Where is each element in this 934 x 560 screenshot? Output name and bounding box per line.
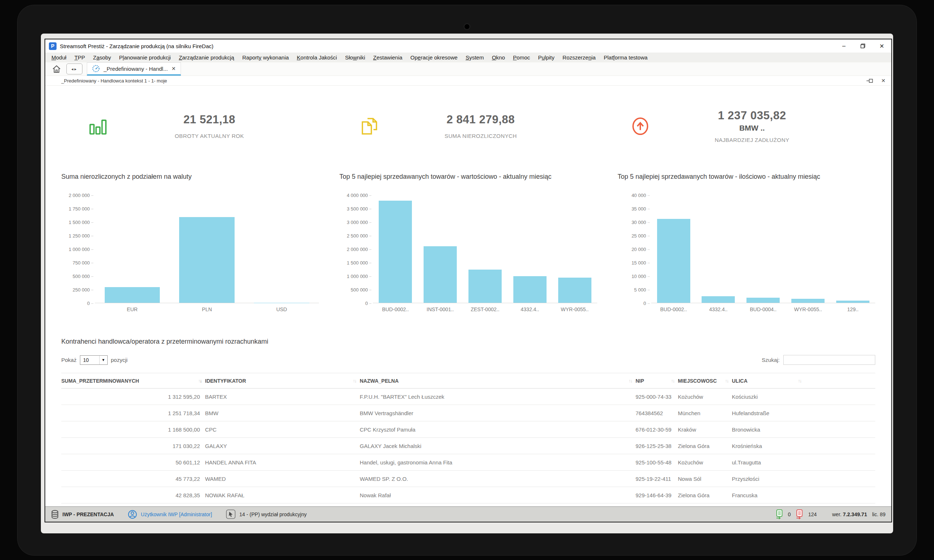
table-cell: GALAXY Jacek Michalski bbox=[360, 438, 635, 454]
column-header-miejscowosc[interactable]: MIEJSCOWOSC↑↓ bbox=[678, 373, 732, 389]
menu-item-rozszerzenia[interactable]: Rozszerzenia bbox=[559, 54, 600, 60]
table-row[interactable]: 1 251 718,34BMWBMW Vertragshändler764384… bbox=[61, 405, 875, 422]
user-indicator[interactable]: Użytkownik IWP [Administrator] bbox=[128, 510, 212, 519]
menu-item-zestawienia[interactable]: Zestawienia bbox=[369, 54, 406, 60]
documents-icon bbox=[359, 116, 379, 137]
chart-bar[interactable] bbox=[423, 246, 457, 303]
window-title: Streamsoft Prestiż - Zarządzanie produkc… bbox=[60, 43, 214, 49]
kpi-subvalue: BMW .. bbox=[651, 124, 853, 132]
user-name: Użytkownik IWP [Administrator] bbox=[141, 511, 212, 517]
menu-item-tpp[interactable]: TPP bbox=[71, 54, 89, 60]
table-section: Kontrahenci handlowca/operatora z przete… bbox=[61, 338, 875, 503]
menu-item-okno[interactable]: Okno bbox=[488, 54, 509, 60]
y-tick-label: 5 000 bbox=[618, 287, 651, 292]
chart-bar[interactable] bbox=[105, 287, 160, 303]
menu-item-kontrola-jako-ci[interactable]: Kontrola Jakości bbox=[293, 54, 341, 60]
chart-bar[interactable] bbox=[379, 201, 412, 303]
table-cell: Zielona Góra bbox=[678, 487, 732, 503]
chart-bar[interactable] bbox=[702, 296, 735, 303]
kpi-row: 21 521,18 OBROTY AKTUALNY ROK bbox=[61, 109, 875, 143]
device-frame: P Streamsoft Prestiż - Zarządzanie produ… bbox=[17, 5, 917, 555]
tab-close-icon[interactable]: ✕ bbox=[171, 66, 176, 71]
table-row[interactable]: 1 168 500,00CPCCPC Krzysztof Pamuła676-0… bbox=[61, 422, 875, 438]
table-cell: 50 601,12 bbox=[61, 454, 205, 471]
column-header-identyfikator[interactable]: IDENTYFIKATOR↑↓ bbox=[205, 373, 360, 389]
menu-item-system[interactable]: System bbox=[462, 54, 488, 60]
menu-item-zarz-dzanie-produkcj-[interactable]: Zarządzanie produkcją bbox=[175, 54, 238, 60]
nav-left-icon: ◂ bbox=[71, 67, 74, 71]
chart-bar[interactable] bbox=[468, 269, 502, 303]
table-cell: Zielona Góra bbox=[678, 438, 732, 454]
chart-bar[interactable] bbox=[513, 276, 546, 303]
y-tick-label: 0 bbox=[61, 301, 95, 306]
app-window: P Streamsoft Prestiż - Zarządzanie produ… bbox=[45, 38, 892, 522]
chevron-down-icon: ▼ bbox=[99, 356, 107, 365]
y-tick-label: 2 000 000 bbox=[61, 192, 95, 198]
show-suffix: pozycji bbox=[111, 357, 128, 363]
table-row[interactable]: 50 601,12HANDEL ANNA FITAHandel, usługi,… bbox=[61, 454, 875, 471]
pin-icon[interactable] bbox=[866, 78, 873, 83]
table-cell: 1 312 595,20 bbox=[61, 389, 205, 405]
chart-bar[interactable] bbox=[558, 278, 591, 303]
department-indicator[interactable]: 14 - (PP) wydział produkcyjny bbox=[226, 509, 306, 519]
table-row[interactable]: 45 773,22WAMEDWAMED SP. Z O.O.925-19-22-… bbox=[61, 471, 875, 487]
minimize-button[interactable]: – bbox=[834, 39, 853, 52]
close-button[interactable]: ✕ bbox=[872, 39, 891, 52]
table-cell: Bronowicka bbox=[732, 422, 805, 438]
tab-nav-button[interactable]: ◂▸ bbox=[66, 63, 82, 74]
chart-title: Top 5 najlepiej sprzedawanych towarów - … bbox=[339, 173, 597, 181]
y-tick-label: 2 500 000 bbox=[339, 233, 373, 238]
home-button[interactable] bbox=[49, 63, 63, 74]
x-tick-label: BUD-0004.. bbox=[741, 306, 786, 312]
x-tick-label: INST-0001.. bbox=[418, 306, 463, 312]
database-indicator[interactable]: IWP - PREZENTACJA bbox=[51, 510, 114, 519]
x-tick-label: ZEST-0002.. bbox=[463, 306, 508, 312]
menu-item-operacje-okresowe[interactable]: Operacje okresowe bbox=[406, 54, 462, 60]
chart-bar[interactable] bbox=[179, 217, 235, 303]
column-header-ulica[interactable]: ULICA↑↓ bbox=[732, 373, 805, 389]
chart-currencies: Suma nierozliczonych z podziałem na walu… bbox=[61, 173, 319, 312]
menu-item-pomoc[interactable]: Pomoc bbox=[509, 54, 534, 60]
menu-item-pulpity[interactable]: Pulpity bbox=[534, 54, 559, 60]
chart-top5-value: Top 5 najlepiej sprzedawanych towarów - … bbox=[339, 173, 597, 312]
restore-button[interactable] bbox=[853, 39, 872, 52]
table-cell: Hufelandstraße bbox=[732, 405, 805, 422]
menu-item-s-owniki[interactable]: Słowniki bbox=[341, 54, 369, 60]
menu-item-platforma-testowa[interactable]: Platforma testowa bbox=[600, 54, 652, 60]
table-row[interactable]: 171 030,22GALAXYGALAXY Jacek Michalski92… bbox=[61, 438, 875, 454]
show-label: Pokaż bbox=[61, 357, 77, 363]
menu-item-raporty-wykonania[interactable]: Raporty wykonania bbox=[238, 54, 293, 60]
column-header-suma_przeterminowanych[interactable]: SUMA_PRZETERMINOWANYCH↑↓ bbox=[61, 373, 205, 389]
bar-chart-icon bbox=[88, 116, 108, 137]
y-tick-label: 1 000 000 bbox=[61, 247, 95, 252]
y-tick-label: 500 000 bbox=[339, 287, 373, 292]
tab-predefiniowany[interactable]: _Predefiniowany - Handl... ✕ bbox=[87, 62, 181, 75]
chart-bar[interactable] bbox=[746, 298, 780, 303]
plot-area bbox=[373, 195, 597, 303]
menu-item-modu-[interactable]: Moduł bbox=[48, 54, 71, 60]
y-tick-label: 250 000 bbox=[61, 287, 95, 292]
menu-item-planowanie-produkcji[interactable]: Planowanie produkcji bbox=[115, 54, 175, 60]
chart-bar[interactable] bbox=[657, 219, 690, 303]
table-row[interactable]: 1 312 595,20BARTEXF.P.U.H. "BARTEX" Lech… bbox=[61, 389, 875, 405]
table-row[interactable]: 42 828,35NOWAK RAFAŁNowak Rafał929-146-6… bbox=[61, 487, 875, 503]
chart-top5-quantity: Top 5 najlepiej sprzedawanych towarów - … bbox=[618, 173, 875, 312]
search-input[interactable] bbox=[783, 355, 875, 365]
chart-bar[interactable] bbox=[791, 299, 825, 303]
chart-bar[interactable] bbox=[836, 301, 869, 303]
column-header-nazwa_pelna[interactable]: NAZWA_PELNA↑↓ bbox=[360, 373, 635, 389]
menu-item-zasoby[interactable]: Zasoby bbox=[89, 54, 115, 60]
column-header-nip[interactable]: NIP↑↓ bbox=[635, 373, 678, 389]
page-size-select[interactable]: 10 ▼ bbox=[80, 355, 108, 365]
y-axis: 4 000 0003 500 0003 000 0002 500 0002 00… bbox=[339, 195, 373, 303]
x-tick-label: 4332.4.. bbox=[508, 306, 552, 312]
table-cell: 45 773,22 bbox=[61, 471, 205, 487]
panel-close-icon[interactable]: ✕ bbox=[881, 78, 885, 83]
kpi-zadluzony: 1 237 035,82 BMW .. NAJBARDZIEJ ZADŁUŻON… bbox=[604, 109, 875, 143]
sort-icon: ↑↓ bbox=[725, 378, 728, 383]
table-cell: Kożuchów bbox=[678, 389, 732, 405]
table-cell: München bbox=[678, 405, 732, 422]
user-icon bbox=[128, 510, 137, 519]
sort-icon: ↑↓ bbox=[198, 378, 202, 383]
table-cell: F.P.U.H. "BARTEX" Lech Łuszczek bbox=[360, 389, 635, 405]
